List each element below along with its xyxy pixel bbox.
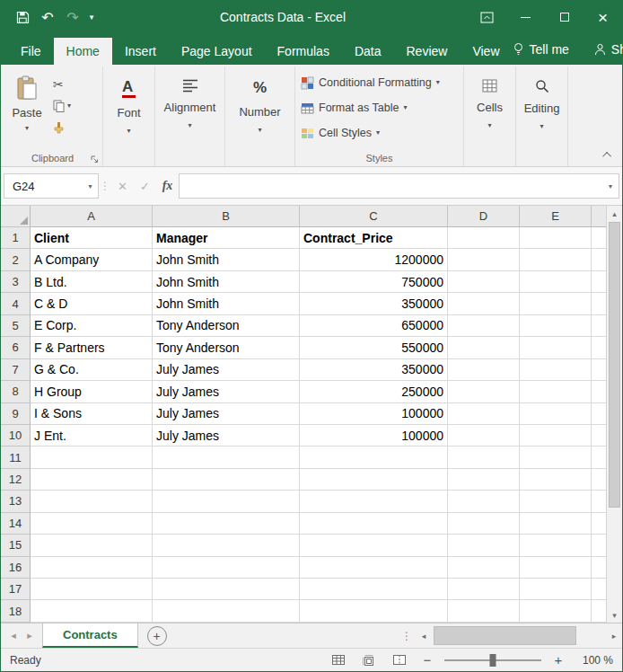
scroll-right-button[interactable]: ▸: [606, 623, 622, 648]
zoom-level[interactable]: 100 %: [575, 654, 613, 667]
tab-split-handle[interactable]: ⋮: [398, 623, 416, 648]
cell-B14[interactable]: [153, 513, 300, 535]
page-layout-view-button[interactable]: [358, 651, 380, 669]
cell-B10[interactable]: July James: [153, 425, 300, 447]
cell-A16[interactable]: [31, 557, 153, 579]
select-all-button[interactable]: [1, 206, 31, 227]
row-header-6[interactable]: 6: [1, 337, 31, 358]
tab-formulas[interactable]: Formulas: [265, 38, 342, 65]
cell-A18[interactable]: [31, 600, 153, 622]
row-header-5[interactable]: 5: [1, 315, 31, 337]
cell-E1[interactable]: [520, 227, 592, 249]
cell-E16[interactable]: [520, 557, 592, 579]
zoom-out-button[interactable]: −: [419, 652, 435, 668]
cell-D11[interactable]: [448, 447, 520, 468]
sheet-tab-contracts[interactable]: Contracts: [42, 623, 138, 648]
cell-E8[interactable]: [520, 381, 592, 402]
vertical-scroll-track[interactable]: [607, 221, 622, 607]
enter-entry-button[interactable]: ✓: [134, 173, 156, 199]
row-header-14[interactable]: 14: [1, 513, 31, 535]
tab-review[interactable]: Review: [394, 38, 461, 65]
cell-B6[interactable]: Tony Anderson: [153, 337, 300, 358]
cell-D8[interactable]: [448, 381, 520, 402]
cell-C8[interactable]: 250000: [300, 381, 448, 402]
cell-D10[interactable]: [448, 425, 520, 447]
cell-A13[interactable]: [31, 491, 153, 512]
cell-C1[interactable]: Contract_Price: [300, 227, 448, 249]
previous-sheet-button[interactable]: ◂: [6, 630, 21, 641]
cell-E12[interactable]: [520, 469, 592, 491]
cell-C14[interactable]: [300, 513, 448, 535]
row-header-11[interactable]: 11: [1, 447, 31, 468]
cell-D16[interactable]: [448, 557, 520, 579]
cell-D2[interactable]: [448, 249, 520, 270]
formula-input[interactable]: ▾: [179, 173, 619, 199]
horizontal-scroll-track[interactable]: [432, 623, 606, 648]
row-header-2[interactable]: 2: [1, 249, 31, 270]
scroll-up-button[interactable]: ▴: [607, 206, 622, 221]
cell-A12[interactable]: [31, 469, 153, 491]
new-sheet-button[interactable]: +: [147, 626, 167, 646]
cell-C5[interactable]: 650000: [300, 315, 448, 337]
close-button[interactable]: ×: [584, 1, 622, 33]
row-header-16[interactable]: 16: [1, 557, 31, 579]
share-button[interactable]: Share: [594, 42, 623, 57]
cell-B11[interactable]: [153, 447, 300, 468]
format-as-table-button[interactable]: Format as Table ▾: [297, 97, 461, 119]
zoom-slider[interactable]: [444, 653, 541, 668]
cell-B13[interactable]: [153, 491, 300, 512]
cell-C9[interactable]: 100000: [300, 403, 448, 425]
tab-file[interactable]: File: [8, 38, 54, 65]
row-header-15[interactable]: 15: [1, 535, 31, 556]
cell-E6[interactable]: [520, 337, 592, 358]
column-header-D[interactable]: D: [448, 206, 520, 227]
cell-D3[interactable]: [448, 271, 520, 293]
cell-E13[interactable]: [520, 491, 592, 512]
maximize-button[interactable]: [545, 1, 584, 33]
row-header-13[interactable]: 13: [1, 491, 31, 512]
conditional-formatting-button[interactable]: Conditional Formatting ▾: [297, 72, 461, 93]
cell-B15[interactable]: [153, 535, 300, 556]
cell-A8[interactable]: H Group: [31, 381, 153, 402]
cell-D17[interactable]: [448, 579, 520, 600]
row-header-18[interactable]: 18: [1, 600, 31, 622]
tab-page-layout[interactable]: Page Layout: [169, 38, 265, 65]
cell-A5[interactable]: E Corp.: [31, 315, 153, 337]
cell-C3[interactable]: 750000: [300, 271, 448, 293]
ribbon-display-options-button[interactable]: [468, 1, 506, 33]
cell-E10[interactable]: [520, 425, 592, 447]
cell-D13[interactable]: [448, 491, 520, 512]
cut-button[interactable]: ✂: [53, 75, 71, 93]
cell-A4[interactable]: C & D: [31, 293, 153, 314]
cell-A17[interactable]: [31, 579, 153, 600]
cell-D12[interactable]: [448, 469, 520, 491]
cell-A1[interactable]: Client: [31, 227, 153, 249]
vertical-scrollbar[interactable]: ▴ ▾: [606, 206, 622, 623]
cell-styles-button[interactable]: Cell Styles ▾: [297, 122, 461, 144]
cell-E15[interactable]: [520, 535, 592, 556]
tab-data[interactable]: Data: [342, 38, 394, 65]
cell-A7[interactable]: G & Co.: [31, 359, 153, 381]
zoom-slider-handle[interactable]: [490, 654, 496, 667]
cell-C17[interactable]: [300, 579, 448, 600]
row-header-17[interactable]: 17: [1, 579, 31, 600]
scroll-left-button[interactable]: ◂: [416, 623, 432, 648]
cell-E18[interactable]: [520, 600, 592, 622]
tell-me-button[interactable]: Tell me: [513, 42, 569, 57]
row-header-8[interactable]: 8: [1, 381, 31, 402]
cell-B3[interactable]: John Smith: [153, 271, 300, 293]
cell-C4[interactable]: 350000: [300, 293, 448, 314]
cell-D4[interactable]: [448, 293, 520, 314]
paste-button[interactable]: Paste ▾: [4, 68, 49, 150]
row-header-12[interactable]: 12: [1, 469, 31, 491]
cell-D6[interactable]: [448, 337, 520, 358]
next-sheet-button[interactable]: ▸: [22, 630, 37, 641]
row-header-10[interactable]: 10: [1, 425, 31, 447]
cell-C15[interactable]: [300, 535, 448, 556]
cell-E9[interactable]: [520, 403, 592, 425]
cell-B7[interactable]: July James: [153, 359, 300, 381]
row-header-9[interactable]: 9: [1, 403, 31, 425]
undo-button[interactable]: ↶: [35, 4, 60, 31]
cell-E14[interactable]: [520, 513, 592, 535]
cell-C16[interactable]: [300, 557, 448, 579]
